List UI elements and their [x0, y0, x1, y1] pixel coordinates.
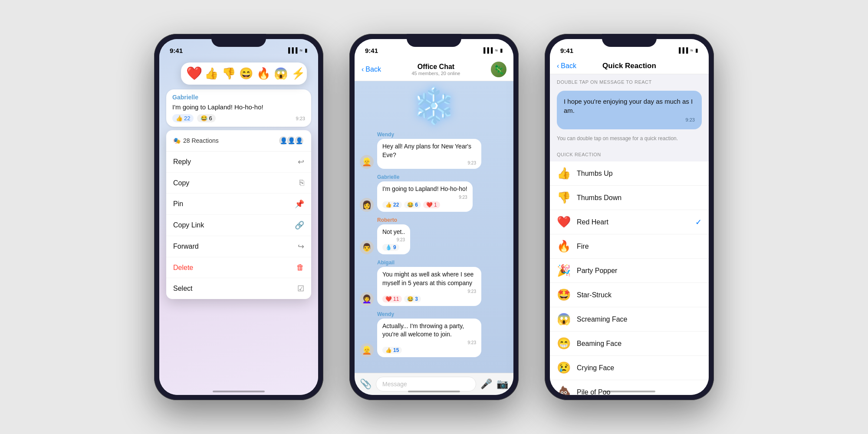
reaction-count-1: 22 — [184, 115, 190, 122]
chat-subtitle: 45 members, 20 online — [381, 71, 491, 76]
emoji-scream[interactable]: 😱 — [274, 67, 288, 80]
back-button-2[interactable]: ‹ Back — [362, 66, 381, 73]
react-drop-r[interactable]: 💧 9 — [382, 244, 399, 251]
react-thumbsup-g[interactable]: 👍 22 — [382, 201, 402, 208]
back-chevron-3: ‹ — [557, 62, 559, 70]
menu-forward[interactable]: Forward ↪ — [166, 236, 311, 257]
emoji-fire[interactable]: 🔥 — [256, 67, 270, 80]
avatar-wendy: 👱 — [360, 155, 374, 169]
reactions-count-text: 28 Reactions — [183, 137, 219, 144]
emoji-bolt[interactable]: ⚡ — [291, 67, 305, 80]
reaction-count-2: 6 — [209, 115, 212, 122]
avatar-roberto: 👨 — [360, 240, 374, 254]
pin-icon: 📌 — [295, 199, 304, 209]
reaction-redheart[interactable]: ❤️ Red Heart ✓ — [550, 210, 709, 234]
label-thumbsdown: Thumbs Down — [577, 194, 702, 202]
bubble-roberto[interactable]: Not yet.. 9:23 💧 9 — [377, 224, 410, 255]
back-button-3[interactable]: ‹ Back — [557, 62, 592, 70]
bubble-author-wendy2: Wendy — [377, 311, 481, 317]
label-redheart: Red Heart — [577, 218, 689, 226]
react-laugh-a[interactable]: 😂 3 — [404, 296, 421, 302]
reaction-beamingface[interactable]: 😁 Beaming Face — [550, 332, 709, 356]
menu-reply[interactable]: Reply ↩ — [166, 151, 311, 173]
bubble-wrap-roberto: Roberto Not yet.. 9:23 💧 9 — [377, 217, 410, 255]
menu-forward-label: Forward — [173, 243, 199, 250]
qr-title: Quick Reaction — [592, 62, 667, 70]
status-icons-1: ▐▐▐ ≈ ▮ — [286, 47, 308, 53]
context-menu: 🎭 28 Reactions 👤 👤 👤 Reply ↩ — [166, 130, 311, 299]
menu-pin[interactable]: Pin 📌 — [166, 194, 311, 215]
bubble-abigail[interactable]: You might as well ask where I see myself… — [377, 267, 481, 306]
emoji-thumbsup[interactable]: 👍 — [204, 67, 218, 80]
label-beamingface: Beaming Face — [577, 340, 702, 348]
reaction-laugh[interactable]: 😂 6 — [197, 114, 215, 122]
bubble-gabrielle[interactable]: I'm going to Lapland! Ho-ho-ho! 9:23 👍 2… — [377, 181, 473, 212]
bubble-text-wendy: Hey all! Any plans for New Year's Eve? — [382, 142, 476, 159]
bubble-author-roberto: Roberto — [377, 217, 410, 223]
bubble-text-wendy2: Actually... I'm throwing a party, you're… — [382, 322, 476, 339]
context-menu-header[interactable]: 🎭 28 Reactions 👤 👤 👤 — [166, 130, 311, 151]
bubble-text-gabrielle: I'm going to Lapland! Ho-ho-ho! — [382, 185, 467, 194]
bubble-wendy2[interactable]: Actually... I'm throwing a party, you're… — [377, 319, 481, 357]
reaction-thumbsdown[interactable]: 👎 Thumbs Down — [550, 186, 709, 210]
preview-time: 9:23 — [564, 117, 695, 123]
reaction-starstruck[interactable]: 🤩 Star-Struck — [550, 283, 709, 307]
emoji-grin[interactable]: 😄 — [239, 67, 253, 80]
chat-group-avatar[interactable]: 🦎 — [491, 62, 506, 77]
emoji-heart[interactable]: ❤️ — [186, 66, 202, 82]
emoji-thumbsdown[interactable]: 👎 — [222, 67, 236, 80]
react-heart-a[interactable]: ❤️ 11 — [382, 296, 402, 302]
attachment-icon[interactable]: 📎 — [360, 378, 372, 390]
reply-icon: ↩ — [298, 157, 304, 167]
reaction-partypopper[interactable]: 🎉 Party Popper — [550, 259, 709, 283]
status-time-3: 9:41 — [560, 47, 573, 54]
home-bar-2 — [408, 391, 460, 392]
emoji-bar[interactable]: ❤️ 👍 👎 😄 🔥 😱 ⚡ — [181, 62, 307, 85]
emoji-thumbsup-icon: 👍 — [557, 167, 571, 180]
double-tap-label: DOUBLE TAP ON MESSAGE TO REACT — [550, 74, 709, 87]
react-thumbsup-w2[interactable]: 👍 15 — [382, 347, 402, 354]
voice-icon[interactable]: 🎤 — [480, 378, 492, 390]
menu-copylink[interactable]: Copy Link 🔗 — [166, 215, 311, 236]
message-bubble-1: Gabrielle I'm going to Lapland! Ho-ho-ho… — [166, 89, 311, 127]
bubble-wendy[interactable]: Hey all! Any plans for New Year's Eve? 9… — [377, 139, 481, 169]
react-heart-g[interactable]: ❤️ 1 — [423, 201, 440, 208]
chat-scroll-area[interactable]: ❄️ 👱 Wendy Hey all! Any plans for New Ye… — [355, 81, 513, 373]
label-partypopper: Party Popper — [577, 267, 702, 275]
emoji-party-icon: 🎉 — [557, 264, 571, 277]
react-laugh-g[interactable]: 😂 6 — [404, 201, 421, 208]
home-bar-3 — [603, 391, 655, 392]
snowflake-sticker: ❄️ — [412, 85, 456, 126]
mini-avatar-3: 👤 — [294, 135, 304, 146]
label-starstruck: Star-Struck — [577, 291, 702, 299]
reaction-cryingface[interactable]: 😢 Crying Face — [550, 356, 709, 380]
label-fire: Fire — [577, 243, 702, 250]
menu-copy[interactable]: Copy ⎘ — [166, 173, 311, 194]
phone-2: 9:41 ▐▐▐ ≈ ▮ ‹ Back Office Chat 4 — [349, 34, 519, 400]
emoji-thumbsdown-icon: 👎 — [557, 191, 571, 204]
menu-delete[interactable]: Delete 🗑 — [166, 257, 311, 278]
battery-icon-1: ▮ — [305, 47, 308, 53]
menu-copylink-label: Copy Link — [173, 221, 204, 229]
bubble-wrap-abigail: Abigail You might as well ask where I se… — [377, 260, 481, 306]
label-thumbsup: Thumbs Up — [577, 170, 702, 178]
camera-icon[interactable]: 📷 — [496, 378, 508, 390]
msg-row-roberto: 👨 Roberto Not yet.. 9:23 💧 9 — [360, 217, 508, 255]
menu-select[interactable]: Select ☑ — [166, 278, 311, 299]
reaction-thumbsup[interactable]: 👍 Thumbs Up — [550, 161, 709, 186]
emoji-crying-icon: 😢 — [557, 361, 571, 375]
reaction-pileofpoo[interactable]: 💩 Pile of Poo — [550, 380, 709, 395]
phones-container: 9:41 ▐▐▐ ≈ ▮ ❤️ 👍 👎 😄 🔥 — [154, 34, 714, 400]
bubble-author-wendy: Wendy — [377, 132, 481, 138]
reaction-thumbsup[interactable]: 👍 22 — [172, 114, 194, 122]
back-label-2: Back — [365, 66, 381, 73]
signal-icon-1: ▐▐▐ — [286, 47, 298, 53]
menu-select-label: Select — [173, 285, 192, 293]
message-input[interactable]: Message — [376, 377, 476, 391]
reaction-screamingface[interactable]: 😱 Screaming Face — [550, 307, 709, 332]
avatar-gabrielle: 👩 — [360, 198, 374, 212]
bubble-text-abigail: You might as well ask where I see myself… — [382, 270, 476, 287]
reaction-fire[interactable]: 🔥 Fire — [550, 234, 709, 259]
quick-reaction-label: QUICK REACTION — [550, 147, 709, 160]
bubble-wrap-wendy: Wendy Hey all! Any plans for New Year's … — [377, 132, 481, 169]
